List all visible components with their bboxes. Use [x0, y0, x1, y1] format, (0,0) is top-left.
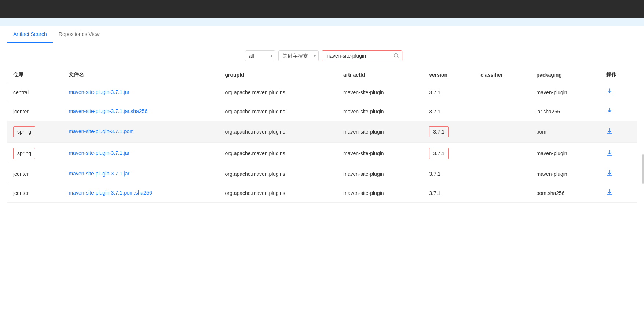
cell-classifier — [475, 143, 530, 164]
table-row: jcentermaven-site-plugin-3.7.1.jar.sha25… — [7, 102, 637, 121]
tab-artifact-search[interactable]: Artifact Search — [7, 26, 53, 43]
cell-filename[interactable]: maven-site-plugin-3.7.1.jar — [63, 164, 219, 183]
download-button[interactable] — [606, 88, 613, 97]
version-red-border: 3.7.1 — [429, 148, 449, 159]
repo-select[interactable]: all central jcenter spring — [245, 50, 275, 61]
col-header-groupid: groupId — [219, 67, 338, 83]
cell-filename[interactable]: maven-site-plugin-3.7.1.jar — [63, 143, 219, 164]
cell-repo: spring — [7, 121, 63, 143]
version-red-border: 3.7.1 — [429, 126, 449, 137]
filename-link[interactable]: maven-site-plugin-3.7.1.jar — [69, 150, 129, 156]
cell-repo: jcenter — [7, 102, 63, 121]
filename-link[interactable]: maven-site-plugin-3.7.1.pom.sha256 — [69, 190, 152, 196]
tab-bar: Artifact Search Repositories View — [0, 26, 644, 43]
cell-groupid: org.apache.maven.plugins — [219, 143, 338, 164]
cell-artifactid: maven-site-plugin — [337, 183, 423, 203]
cell-artifactid: maven-site-plugin — [337, 121, 423, 143]
cell-version: 3.7.1 — [423, 164, 475, 183]
table-row: jcentermaven-site-plugin-3.7.1.pom.sha25… — [7, 183, 637, 203]
cell-packaging: pom — [531, 121, 601, 143]
cell-artifactid: maven-site-plugin — [337, 143, 423, 164]
cell-version: 3.7.1 — [423, 102, 475, 121]
download-button[interactable] — [606, 107, 613, 116]
cell-actions[interactable] — [600, 102, 637, 121]
cell-packaging: maven-plugin — [531, 143, 601, 164]
cell-filename[interactable]: maven-site-plugin-3.7.1.jar — [63, 83, 219, 102]
cell-version: 3.7.1 — [423, 183, 475, 203]
results-table: 仓库 文件名 groupId artifactId version classi… — [7, 67, 637, 203]
search-type-select-wrapper: 关键字搜索 坐标搜索 ▾ — [278, 50, 319, 61]
cell-packaging: pom.sha256 — [531, 183, 601, 203]
filename-link[interactable]: maven-site-plugin-3.7.1.jar — [69, 89, 129, 95]
cell-repo: jcenter — [7, 164, 63, 183]
cell-groupid: org.apache.maven.plugins — [219, 164, 338, 183]
svg-line-1 — [397, 57, 399, 58]
table-row: jcentermaven-site-plugin-3.7.1.jarorg.ap… — [7, 164, 637, 183]
cell-groupid: org.apache.maven.plugins — [219, 83, 338, 102]
download-button[interactable] — [606, 128, 613, 136]
col-header-version: version — [423, 67, 475, 83]
cell-version: 3.7.1 — [423, 83, 475, 102]
filename-link[interactable]: maven-site-plugin-3.7.1.jar — [69, 171, 129, 177]
app-header — [0, 0, 644, 18]
cell-actions[interactable] — [600, 83, 637, 102]
cell-actions[interactable] — [600, 121, 637, 143]
col-header-actions: 操作 — [600, 67, 637, 83]
cell-groupid: org.apache.maven.plugins — [219, 183, 338, 203]
cell-classifier — [475, 183, 530, 203]
repo-red-border: spring — [13, 126, 35, 137]
search-icon — [394, 53, 399, 59]
table-header-row: 仓库 文件名 groupId artifactId version classi… — [7, 67, 637, 83]
download-button[interactable] — [606, 189, 613, 197]
cell-filename[interactable]: maven-site-plugin-3.7.1.pom.sha256 — [63, 183, 219, 203]
cell-groupid: org.apache.maven.plugins — [219, 102, 338, 121]
repo-red-border: spring — [13, 148, 35, 159]
cell-classifier — [475, 102, 530, 121]
col-header-artifactid: artifactId — [337, 67, 423, 83]
cell-artifactid: maven-site-plugin — [337, 164, 423, 183]
cell-packaging: maven-plugin — [531, 83, 601, 102]
col-header-packaging: packaging — [531, 67, 601, 83]
cell-artifactid: maven-site-plugin — [337, 102, 423, 121]
cell-artifactid: maven-site-plugin — [337, 83, 423, 102]
cell-classifier — [475, 83, 530, 102]
search-input-wrapper — [322, 50, 402, 61]
filename-link[interactable]: maven-site-plugin-3.7.1.jar.sha256 — [69, 108, 147, 114]
col-header-classifier: classifier — [475, 67, 530, 83]
download-button[interactable] — [606, 170, 613, 178]
promo-banner — [0, 18, 644, 26]
download-button[interactable] — [606, 149, 613, 158]
table-row: centralmaven-site-plugin-3.7.1.jarorg.ap… — [7, 83, 637, 102]
search-type-select[interactable]: 关键字搜索 坐标搜索 — [278, 50, 319, 61]
col-header-repo: 仓库 — [7, 67, 63, 83]
col-header-filename: 文件名 — [63, 67, 219, 83]
cell-filename[interactable]: maven-site-plugin-3.7.1.pom — [63, 121, 219, 143]
cell-classifier — [475, 164, 530, 183]
repo-select-wrapper: all central jcenter spring ▾ — [245, 50, 275, 61]
cell-actions[interactable] — [600, 183, 637, 203]
filename-link[interactable]: maven-site-plugin-3.7.1.pom — [69, 128, 133, 134]
search-bar: all central jcenter spring ▾ 关键字搜索 坐标搜索 … — [0, 43, 644, 67]
cell-version: 3.7.1 — [423, 143, 475, 164]
table-row: springmaven-site-plugin-3.7.1.pomorg.apa… — [7, 121, 637, 143]
cell-version: 3.7.1 — [423, 121, 475, 143]
cell-repo: central — [7, 83, 63, 102]
table-row: springmaven-site-plugin-3.7.1.jarorg.apa… — [7, 143, 637, 164]
cell-packaging: jar.sha256 — [531, 102, 601, 121]
cell-repo: spring — [7, 143, 63, 164]
search-button[interactable] — [394, 53, 399, 59]
cell-classifier — [475, 121, 530, 143]
cell-actions[interactable] — [600, 164, 637, 183]
cell-filename[interactable]: maven-site-plugin-3.7.1.jar.sha256 — [63, 102, 219, 121]
tab-repositories-view[interactable]: Repositories View — [53, 26, 106, 43]
cell-packaging: maven-plugin — [531, 164, 601, 183]
cell-actions[interactable] — [600, 143, 637, 164]
search-input[interactable] — [322, 50, 402, 61]
cell-groupid: org.apache.maven.plugins — [219, 121, 338, 143]
results-table-container: 仓库 文件名 groupId artifactId version classi… — [0, 67, 644, 203]
scrollbar[interactable] — [642, 154, 644, 184]
cell-repo: jcenter — [7, 183, 63, 203]
